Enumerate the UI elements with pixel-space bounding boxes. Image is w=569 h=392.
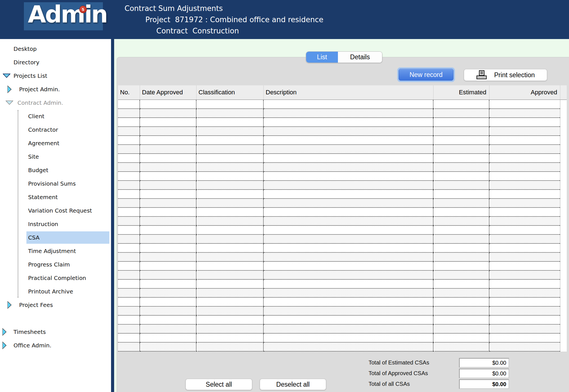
table-scrollbar-track[interactable] bbox=[560, 208, 567, 217]
table-scrollbar-track[interactable] bbox=[560, 280, 567, 289]
table-scrollbar-track[interactable] bbox=[560, 136, 567, 145]
disclosure-expanded-icon[interactable] bbox=[3, 74, 10, 78]
table-row[interactable] bbox=[118, 109, 567, 118]
table-row[interactable] bbox=[118, 271, 567, 280]
sidebar-item-desktop[interactable]: Desktop bbox=[0, 42, 111, 56]
table-row[interactable] bbox=[118, 334, 567, 343]
table-scrollbar-track[interactable] bbox=[560, 307, 567, 316]
sidebar-item-csa[interactable]: CSA bbox=[0, 231, 111, 244]
table-scrollbar-track[interactable] bbox=[560, 217, 567, 226]
disclosure-collapsed-icon[interactable] bbox=[2, 328, 7, 336]
table-scrollbar-track[interactable] bbox=[560, 226, 567, 235]
sidebar-item-directory[interactable]: Directory bbox=[0, 56, 111, 69]
table-row[interactable] bbox=[118, 298, 567, 307]
print-selection-button[interactable]: Print selection bbox=[464, 69, 547, 81]
table-row[interactable] bbox=[118, 280, 567, 289]
table-row[interactable] bbox=[118, 262, 567, 271]
table-row[interactable] bbox=[118, 217, 567, 226]
table-scrollbar-track[interactable] bbox=[560, 163, 567, 172]
sidebar-item-project-admin[interactable]: Project Admin. bbox=[0, 83, 111, 96]
table-row[interactable] bbox=[118, 118, 567, 127]
table-row[interactable] bbox=[118, 316, 567, 325]
sidebar-item-variation-cost-request[interactable]: Variation Cost Request bbox=[0, 204, 111, 217]
sidebar-item-provisional-sums[interactable]: Provisional Sums bbox=[0, 177, 111, 190]
sidebar-item-office-admin[interactable]: Office Admin. bbox=[0, 339, 111, 352]
table-row[interactable] bbox=[118, 253, 567, 262]
table-row[interactable] bbox=[118, 136, 567, 145]
select-all-button[interactable]: Select all bbox=[186, 379, 252, 390]
table-scrollbar-track[interactable] bbox=[560, 127, 567, 136]
column-header-estimated[interactable]: Estimated bbox=[433, 85, 489, 99]
total-approved-field[interactable]: $0.00 bbox=[459, 369, 509, 378]
table-row[interactable] bbox=[118, 127, 567, 136]
disclosure-expanded-icon[interactable] bbox=[6, 101, 13, 105]
table-scrollbar-track[interactable] bbox=[560, 172, 567, 181]
sidebar-item-budget[interactable]: Budget bbox=[0, 163, 111, 177]
table-row[interactable] bbox=[118, 199, 567, 208]
table-scrollbar-track[interactable] bbox=[560, 100, 567, 109]
table-scrollbar-track[interactable] bbox=[560, 190, 567, 199]
column-header-no[interactable]: No. bbox=[118, 85, 140, 99]
sidebar-item-timesheets[interactable]: Timesheets bbox=[0, 325, 111, 339]
table-row[interactable] bbox=[118, 100, 567, 109]
table-row[interactable] bbox=[118, 208, 567, 217]
sidebar-item-printout-archive[interactable]: Printout Archive bbox=[0, 285, 111, 298]
sidebar-item-instruction[interactable]: Instruction bbox=[0, 217, 111, 231]
column-header-classification[interactable]: Classification bbox=[197, 85, 264, 99]
table-row[interactable] bbox=[118, 172, 567, 181]
column-header-approved[interactable]: Approved bbox=[489, 85, 560, 99]
table-row[interactable] bbox=[118, 235, 567, 244]
table-scrollbar-track[interactable] bbox=[560, 118, 567, 127]
table-scrollbar-track[interactable] bbox=[560, 334, 567, 343]
sidebar-item-practical-completion[interactable]: Practical Completion bbox=[0, 271, 111, 285]
table-scrollbar-track[interactable] bbox=[560, 109, 567, 118]
table-scrollbar-track[interactable] bbox=[560, 325, 567, 334]
tab-list[interactable]: List bbox=[306, 52, 338, 63]
table-row[interactable] bbox=[118, 190, 567, 199]
table-row[interactable] bbox=[118, 289, 567, 298]
total-all-field[interactable]: $0.00 bbox=[459, 379, 509, 389]
table-scrollbar-track[interactable] bbox=[560, 271, 567, 280]
table-row[interactable] bbox=[118, 145, 567, 154]
total-estimated-field[interactable]: $0.00 bbox=[459, 358, 509, 368]
sidebar-item-client[interactable]: Client bbox=[0, 110, 111, 123]
sidebar-item-project-fees[interactable]: Project Fees bbox=[0, 298, 111, 312]
table-row[interactable] bbox=[118, 343, 567, 352]
table-row[interactable] bbox=[118, 244, 567, 253]
table-scrollbar-track[interactable] bbox=[560, 316, 567, 325]
sidebar-item-contractor[interactable]: Contractor bbox=[0, 123, 111, 136]
column-header-description[interactable]: Description bbox=[264, 85, 433, 99]
table-scrollbar-track[interactable] bbox=[560, 235, 567, 244]
table-row[interactable] bbox=[118, 154, 567, 163]
sidebar-item-site[interactable]: Site bbox=[0, 150, 111, 163]
table-scrollbar-track[interactable] bbox=[560, 298, 567, 307]
table-scrollbar-track[interactable] bbox=[560, 262, 567, 271]
deselect-all-button[interactable]: Deselect all bbox=[260, 379, 326, 390]
new-record-button[interactable]: New record bbox=[399, 69, 453, 81]
disclosure-collapsed-icon[interactable] bbox=[2, 342, 7, 349]
disclosure-collapsed-icon[interactable] bbox=[7, 86, 12, 93]
column-header-date-approved[interactable]: Date Approved bbox=[140, 85, 197, 99]
sidebar-item-agreement[interactable]: Agreement bbox=[0, 136, 111, 150]
table-scrollbar-track[interactable] bbox=[560, 244, 567, 253]
table-scrollbar-track[interactable] bbox=[560, 253, 567, 262]
table-scrollbar-track[interactable] bbox=[560, 154, 567, 163]
disclosure-collapsed-icon[interactable] bbox=[7, 301, 12, 309]
sidebar-item-projects-list[interactable]: Projects List bbox=[0, 69, 111, 83]
sidebar-item-statement[interactable]: Statement bbox=[0, 190, 111, 204]
table-scrollbar-track[interactable] bbox=[560, 343, 567, 352]
table-scrollbar-track[interactable] bbox=[560, 289, 567, 298]
table-row[interactable] bbox=[118, 325, 567, 334]
table-row[interactable] bbox=[118, 163, 567, 172]
table-row[interactable] bbox=[118, 307, 567, 316]
table-row[interactable] bbox=[118, 226, 567, 235]
table-scrollbar-track[interactable] bbox=[560, 145, 567, 154]
sidebar-item-progress-claim[interactable]: Progress Claim bbox=[0, 258, 111, 271]
tab-details[interactable]: Details bbox=[338, 52, 382, 63]
table-scrollbar-track[interactable] bbox=[560, 199, 567, 208]
table-scrollbar-track[interactable] bbox=[560, 181, 567, 190]
sidebar-item-contract-admin[interactable]: Contract Admin. bbox=[0, 96, 111, 110]
sidebar-item-time-adjustment[interactable]: Time Adjustment bbox=[0, 244, 111, 258]
table-cell bbox=[118, 145, 140, 154]
table-row[interactable] bbox=[118, 181, 567, 190]
